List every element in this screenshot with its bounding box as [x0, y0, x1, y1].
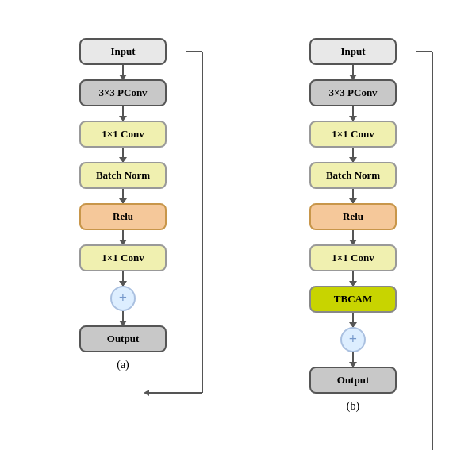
arrow-b-4 [352, 230, 354, 244]
node-input-b: Input [309, 38, 397, 65]
node-conv1-b: 1×1 Conv [309, 121, 397, 148]
flow-a: Input 3×3 PConv 1×1 Conv Batch Norm Relu… [79, 38, 167, 352]
node-bn-b: Batch Norm [309, 162, 397, 189]
node-conv1-a: 1×1 Conv [79, 121, 167, 148]
node-input-a: Input [79, 38, 167, 65]
node-output-a: Output [79, 325, 167, 352]
arrow-a-2 [122, 148, 124, 162]
arrow-a-1 [122, 106, 124, 121]
node-output-b: Output [309, 367, 397, 394]
arrow-a-0 [122, 65, 124, 79]
node-bn-a: Batch Norm [79, 162, 167, 189]
diagram-b-label: (b) [347, 400, 359, 413]
node-tbcam-b: TBCAM [309, 286, 397, 313]
arrow-b-6 [352, 313, 354, 327]
svg-marker-3 [144, 390, 149, 396]
diagram-b: Input 3×3 PConv 1×1 Conv Batch Norm Relu… [309, 38, 397, 413]
arrow-a-6 [122, 311, 124, 325]
arrow-b-0 [352, 65, 354, 79]
arrow-b-3 [352, 189, 354, 203]
diagram-a-label: (a) [117, 359, 129, 371]
arrow-b-5 [352, 271, 354, 286]
node-pconv-a: 3×3 PConv [79, 79, 167, 106]
node-conv2-b: 1×1 Conv [309, 244, 397, 271]
flow-wrapper-b: Input 3×3 PConv 1×1 Conv Batch Norm Relu… [309, 38, 397, 394]
diagram-a: Input 3×3 PConv 1×1 Conv Batch Norm Relu… [79, 38, 167, 371]
diagrams-container: Input 3×3 PConv 1×1 Conv Batch Norm Relu… [8, 30, 468, 421]
node-plus-b: + [340, 327, 366, 352]
arrow-a-4 [122, 230, 124, 244]
arrow-b-2 [352, 148, 354, 162]
node-relu-a: Relu [79, 203, 167, 230]
node-conv2-a: 1×1 Conv [79, 244, 167, 271]
flow-wrapper-a: Input 3×3 PConv 1×1 Conv Batch Norm Relu… [79, 38, 167, 352]
flow-b: Input 3×3 PConv 1×1 Conv Batch Norm Relu… [309, 38, 397, 394]
arrow-a-3 [122, 189, 124, 203]
node-plus-a: + [110, 286, 136, 311]
node-relu-b: Relu [309, 203, 397, 230]
arrow-b-1 [352, 106, 354, 121]
arrow-a-5 [122, 271, 124, 286]
node-pconv-b: 3×3 PConv [309, 79, 397, 106]
arrow-b-7 [352, 352, 354, 367]
